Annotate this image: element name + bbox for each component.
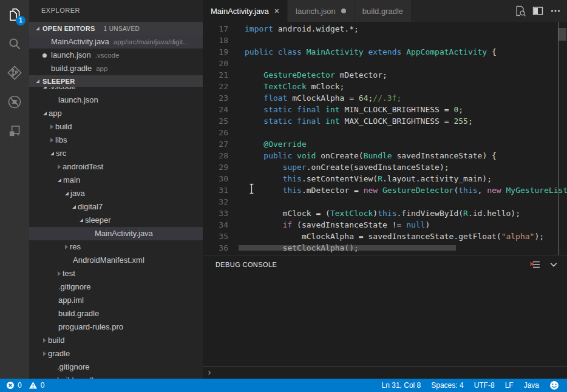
editor-group: MainActivity.java×launch.jsonbuild.gradl… bbox=[203, 0, 567, 379]
code-line[interactable]: 35 mClockAlpha = savedInstanceState.getF… bbox=[203, 231, 567, 242]
panel-title[interactable]: DEBUG CONSOLE bbox=[216, 261, 277, 268]
tree-item-sleeper[interactable]: sleeper bbox=[29, 214, 203, 227]
tree-item-label: digital7 bbox=[78, 200, 103, 214]
code-line[interactable]: 29 super.onCreate(savedInstanceState); bbox=[203, 161, 567, 173]
open-editor-label: MainActivity.java bbox=[51, 37, 109, 46]
chevron-collapsed-icon bbox=[65, 245, 68, 249]
feedback-smiley-icon[interactable] bbox=[549, 380, 559, 390]
code-line[interactable]: 19public class MainActivity extends AppC… bbox=[203, 46, 567, 58]
code-text: mClockAlpha = savedInstanceState.getFloa… bbox=[245, 231, 544, 242]
tab-launch-json[interactable]: launch.json bbox=[288, 0, 355, 22]
code-line[interactable]: 34 if (savedInstanceState != null) bbox=[203, 219, 567, 231]
code-line[interactable]: 17import android.widget.*; bbox=[203, 23, 567, 35]
open-preview-icon[interactable] bbox=[514, 5, 526, 17]
dirty-dot-icon bbox=[42, 53, 47, 58]
source-control-icon[interactable] bbox=[0, 58, 29, 87]
close-panel-chevron-icon[interactable] bbox=[548, 259, 559, 270]
code-line[interactable]: 23 float mClockAlpha = 64;//.3f; bbox=[203, 92, 567, 104]
line-number: 32 bbox=[203, 196, 228, 208]
code-line[interactable]: 18 bbox=[203, 35, 567, 46]
open-editor-item[interactable]: launch.json.vscode bbox=[29, 49, 203, 62]
problems-indicator[interactable]: 0 0 bbox=[0, 381, 48, 390]
code-line[interactable]: 22 TextClock mClock; bbox=[203, 81, 567, 92]
code-editor[interactable]: 17import android.widget.*;1819public cla… bbox=[203, 22, 567, 255]
extensions-icon[interactable] bbox=[0, 117, 29, 146]
tree-item-proguard-rules-pro[interactable]: proguard-rules.pro bbox=[29, 320, 203, 334]
tabs: MainActivity.java×launch.jsonbuild.gradl… bbox=[203, 0, 412, 22]
line-number: 17 bbox=[203, 23, 228, 35]
line-number: 28 bbox=[203, 150, 228, 161]
more-actions-icon[interactable] bbox=[549, 5, 562, 17]
code-line[interactable]: 28 public void onCreate(Bundle savedInst… bbox=[203, 150, 567, 161]
tree-item--gitignore[interactable]: .gitignore bbox=[29, 280, 203, 294]
tree-item-build[interactable]: build bbox=[29, 120, 203, 133]
code-line[interactable]: 27 @Override bbox=[203, 138, 567, 150]
status-cursor-position[interactable]: Ln 31, Col 8 bbox=[382, 381, 421, 390]
debug-console-input[interactable]: › bbox=[203, 366, 567, 379]
tree-item-label: src bbox=[56, 147, 66, 160]
line-number: 18 bbox=[203, 35, 228, 46]
tab-build-gradle[interactable]: build.gradle bbox=[355, 0, 412, 22]
tree-item--gitignore[interactable]: .gitignore bbox=[29, 360, 203, 374]
tree-item-build-gradle[interactable]: build.gradle bbox=[29, 307, 203, 320]
tree-item-app[interactable]: app bbox=[29, 107, 203, 120]
code-line[interactable]: 32 bbox=[203, 196, 567, 208]
tree-item-test[interactable]: test bbox=[29, 267, 203, 280]
tree-item-label: res bbox=[70, 240, 81, 254]
tab-mainactivity-java[interactable]: MainActivity.java× bbox=[203, 0, 288, 22]
vertical-scrollbar[interactable] bbox=[559, 28, 566, 41]
explorer-icon[interactable]: 1 bbox=[0, 0, 29, 29]
chevron-expanded-icon bbox=[36, 27, 39, 30]
tree-item-res[interactable]: res bbox=[29, 240, 203, 254]
code-text: this.mDetector = new GestureDetector(thi… bbox=[245, 184, 567, 196]
project-section-header[interactable]: SLEEPER bbox=[29, 75, 203, 87]
line-number: 26 bbox=[203, 127, 228, 138]
horizontal-scrollbar[interactable] bbox=[239, 245, 456, 251]
status-encoding[interactable]: UTF-8 bbox=[474, 381, 495, 390]
status-eol[interactable]: LF bbox=[505, 381, 514, 390]
debug-console-output[interactable] bbox=[203, 274, 567, 366]
status-language-mode[interactable]: Java bbox=[524, 381, 539, 390]
tree-item-androidmanifest-xml[interactable]: AndroidManifest.xml bbox=[29, 254, 203, 267]
open-editor-description: app bbox=[96, 65, 107, 72]
tree-item-src[interactable]: src bbox=[29, 147, 203, 160]
chevron-collapsed-icon bbox=[58, 164, 61, 169]
debug-icon[interactable] bbox=[0, 87, 29, 117]
code-line[interactable]: 30 this.setContentView(R.layout.activity… bbox=[203, 173, 567, 184]
tree-item-java[interactable]: java bbox=[29, 187, 203, 200]
tree-item-gradle[interactable]: gradle bbox=[29, 347, 203, 360]
tree-item-libs[interactable]: libs bbox=[29, 133, 203, 147]
tree-item-digital7[interactable]: digital7 bbox=[29, 200, 203, 214]
split-editor-icon[interactable] bbox=[532, 5, 544, 17]
tree-item-label: test bbox=[63, 267, 75, 280]
open-editors-header[interactable]: OPEN EDITORS 1 UNSAVED bbox=[29, 22, 203, 35]
tree-item-build-gradle[interactable]: build.gradle bbox=[29, 374, 203, 379]
clear-console-icon[interactable] bbox=[529, 259, 540, 270]
tree-item-mainactivity-java[interactable]: MainActivity.java bbox=[29, 227, 203, 240]
code-line[interactable]: 21 GestureDetector mDetector; bbox=[203, 69, 567, 81]
code-line[interactable]: 31 this.mDetector = new GestureDetector(… bbox=[203, 184, 567, 196]
open-editor-item[interactable]: MainActivity.javaapp/src/main/java/digit… bbox=[29, 35, 203, 49]
tree-item-main[interactable]: main bbox=[29, 174, 203, 187]
search-icon[interactable] bbox=[0, 29, 29, 58]
tree-item-launch-json[interactable]: launch.json bbox=[29, 93, 203, 107]
code-text: public void onCreate(Bundle savedInstanc… bbox=[245, 150, 497, 161]
open-editor-label: build.gradle bbox=[51, 64, 92, 73]
tree-item-label: androidTest bbox=[63, 160, 103, 174]
code-text: import android.widget.*; bbox=[245, 23, 359, 35]
code-line[interactable]: 20 bbox=[203, 58, 567, 69]
code-text: this.setContentView(R.layout.activity_ma… bbox=[245, 173, 492, 184]
open-editor-item[interactable]: build.gradleapp bbox=[29, 62, 203, 75]
code-line[interactable]: 26 bbox=[203, 127, 567, 138]
line-number: 34 bbox=[203, 219, 228, 231]
tree-item-androidtest[interactable]: androidTest bbox=[29, 160, 203, 174]
tree-item-build[interactable]: build bbox=[29, 334, 203, 347]
code-line[interactable]: 33 mClock = (TextClock)this.findViewById… bbox=[203, 208, 567, 219]
editor-actions bbox=[514, 0, 567, 22]
tree-item-label: AndroidManifest.xml bbox=[73, 254, 144, 267]
code-line[interactable]: 25 static final int MAX_CLOCK_BRIGHTNESS… bbox=[203, 115, 567, 127]
code-line[interactable]: 24 static final int MIN_CLOCK_BRIGHTNESS… bbox=[203, 104, 567, 115]
tree-item-app-iml[interactable]: app.iml bbox=[29, 294, 203, 307]
close-icon[interactable]: × bbox=[274, 7, 279, 15]
status-indentation[interactable]: Spaces: 4 bbox=[431, 381, 463, 390]
